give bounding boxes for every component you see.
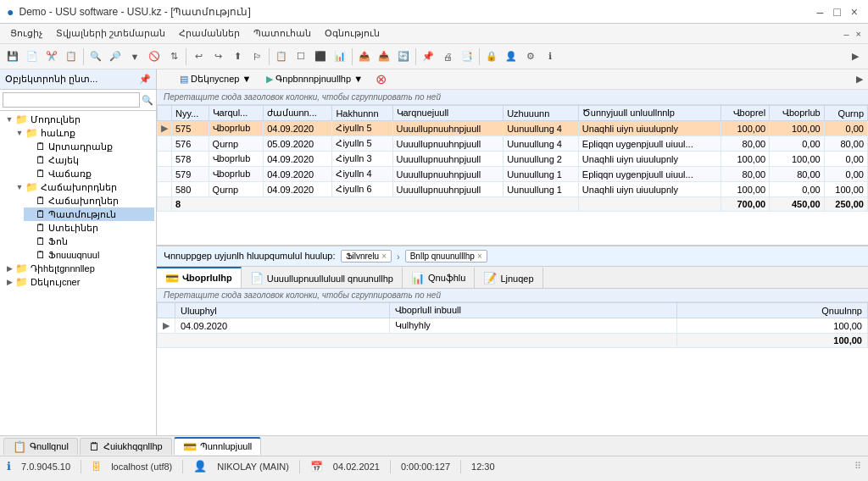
- menu-database[interactable]: Տվյալների շտեմարան: [49, 26, 172, 41]
- toolbar-btn-2[interactable]: 📄: [23, 47, 42, 66]
- sub-table-container[interactable]: Uluuphyl Վboprlull inbuull Qnuulnnp ▶ 04…: [157, 302, 868, 406]
- toolbar-btn-19[interactable]: 📥: [375, 47, 393, 66]
- toolbar-btn-18[interactable]: 📤: [355, 47, 374, 66]
- toolbar-btn-8[interactable]: 🚫: [145, 47, 164, 66]
- status-sep-4: [390, 460, 391, 473]
- table-row[interactable]: ▶ 575 Վboprlub 04.09.2020 Հiyulln 5 Uuuu…: [158, 121, 868, 136]
- toolbar-btn-24[interactable]: 🔒: [482, 47, 501, 66]
- table-row[interactable]: 578 Վboprlub 04.09.2020 Հiyulln 3 Uuuull…: [158, 152, 868, 167]
- filter-tag-2-close[interactable]: ×: [477, 252, 482, 261]
- sidebar-item-accounts[interactable]: ▼📁հաևոք: [14, 126, 154, 140]
- tab-graphics[interactable]: 📊 Qnuֆhlu: [403, 267, 475, 288]
- sub-table: Uluuphyl Վboprlull inbuull Qnuulnnp ▶ 04…: [157, 302, 868, 348]
- bottom-tab-warehouse[interactable]: 🗒 Հuiukhqqnllhp: [80, 438, 172, 455]
- sidebar-item-hayber[interactable]: 🗒Հայեկ: [24, 153, 154, 167]
- bottom-tab-orders[interactable]: 📋 Գnullqnul: [3, 438, 78, 455]
- toolbar-btn-5[interactable]: 🔍: [86, 47, 105, 66]
- table-row[interactable]: 580 Qurnp 04.09.2020 Հiyulln 6 Uuuullupn…: [158, 182, 868, 197]
- toolbar-menu-close[interactable]: ×: [853, 29, 865, 39]
- toolbar-btn-22[interactable]: 🖨: [438, 47, 457, 66]
- sidebar-item-vakahc[interactable]: 🗒Վաճառք: [24, 167, 154, 180]
- toolbar-btn-info[interactable]: ℹ: [541, 47, 559, 66]
- toolbar-btn-end[interactable]: ▶: [846, 47, 865, 66]
- sub-col-amount[interactable]: Qnuulnnp: [676, 303, 867, 318]
- sub-col-type[interactable]: Վboprlull inbuull: [389, 303, 676, 318]
- close-button[interactable]: ×: [848, 5, 861, 19]
- filter-tag-1-close[interactable]: ×: [381, 252, 387, 261]
- col-status[interactable]: Կarqul...: [209, 106, 264, 121]
- main-table-container[interactable]: Nyy... Կarqul... ժամuunn... Hakhunnn Կar…: [157, 105, 868, 245]
- sidebar-item-providers[interactable]: ▶📁Դիhելtgnnnllep: [3, 262, 154, 275]
- toolbar-btn-13[interactable]: 🏳: [248, 47, 266, 66]
- reports-btn[interactable]: ▶ Գnpbnnnpjnuullhp ▼: [260, 71, 369, 87]
- toolbar-menu-min[interactable]: –: [840, 29, 852, 39]
- toolbar-btn-7[interactable]: ▼: [125, 47, 144, 66]
- table-row[interactable]: 576 Qurnp 05.09.2020 Հiyulln 5 Uuuullupn…: [158, 136, 868, 152]
- toolbar-btn-25[interactable]: 👤: [502, 47, 520, 66]
- toolbar-btn-3[interactable]: ✂️: [42, 47, 61, 66]
- col-v2[interactable]: Վboprlub: [770, 106, 825, 121]
- maximize-button[interactable]: □: [830, 5, 843, 19]
- status-resize-icon[interactable]: ⠿: [854, 461, 861, 472]
- tab-notes[interactable]: 📝 Ljnuqep: [475, 267, 542, 288]
- filter-tag-1[interactable]: Ֆilvnrelu ×: [341, 250, 392, 263]
- col-category[interactable]: Կarqnuejuull: [392, 106, 504, 121]
- scroll-right-icon[interactable]: ▶: [856, 74, 863, 85]
- sidebar-item-warehouse-items[interactable]: 🗒Հաճախողներ: [24, 194, 154, 207]
- cell-date: 04.09.2020: [264, 121, 332, 136]
- sidebar-item-views[interactable]: ▶📁Dեկույcner: [3, 275, 154, 289]
- toolbar-btn-12[interactable]: ⬆: [228, 47, 247, 66]
- toolbar-btn-9[interactable]: ⇅: [164, 47, 183, 66]
- bottom-tab-history[interactable]: 💳 Պunnlupjuull: [174, 437, 262, 455]
- filter-tag-2[interactable]: Bnllp qnuunulllhp ×: [405, 250, 487, 263]
- col-month[interactable]: Hakhunnn: [332, 106, 392, 121]
- toolbar-btn-1[interactable]: 💾: [3, 47, 22, 66]
- toolbar-sep-6: [479, 48, 480, 65]
- secondary-toolbar: ▤ Dեկnycnep ▼ ▶ Գnpbnnnpjnuullhp ▼ ⊗ ▶: [157, 69, 868, 90]
- toolbar-btn-20[interactable]: 🔄: [394, 47, 413, 66]
- toolbar-btn-23[interactable]: 📑: [458, 47, 476, 66]
- col-subcategory[interactable]: Uzhuuunn: [504, 106, 579, 121]
- tab-commercial[interactable]: 📄 Uuuullupnuulluluull qnuunullhp: [242, 267, 403, 288]
- sidebar-item-fund[interactable]: 🗒Ֆոն: [24, 235, 154, 248]
- menu-cursor[interactable]: Ցուցիչ: [3, 26, 49, 41]
- tab-graphics-icon: 📊: [411, 272, 425, 285]
- toolbar-btn-14[interactable]: 📋: [272, 47, 291, 66]
- cell-category: Uuuullupnuuhnpjuull: [392, 167, 504, 182]
- menu-window[interactable]: Պատուհան: [247, 26, 318, 41]
- sidebar-item-history[interactable]: 🗒Պատմություն: [24, 207, 154, 221]
- toolbar-btn-15[interactable]: ☐: [292, 47, 310, 66]
- sidebar-search-input[interactable]: [3, 92, 140, 108]
- toolbar-btn-10[interactable]: ↩: [189, 47, 208, 66]
- col-desc[interactable]: Ծunnyjuull unluullnnlp: [578, 106, 721, 121]
- toolbar-btn-16[interactable]: ⬛: [311, 47, 330, 66]
- col-v3[interactable]: Qurnp: [824, 106, 867, 121]
- toolbar-btn-4[interactable]: 📋: [62, 47, 81, 66]
- toolbar-btn-11[interactable]: ↪: [209, 47, 227, 66]
- search-icon[interactable]: 🔍: [142, 95, 153, 106]
- tab-payments-label: Վboprlulhp: [182, 273, 232, 284]
- toolbar-btn-6[interactable]: 🔎: [106, 47, 125, 66]
- row-arrow: [158, 136, 172, 152]
- tab-payments[interactable]: 💳 Վboprlulhp: [157, 267, 242, 288]
- col-date[interactable]: ժամuunn...: [264, 106, 332, 121]
- refresh-button[interactable]: ⊗: [376, 71, 387, 87]
- toolbar-btn-21[interactable]: 📌: [419, 47, 437, 66]
- toolbar-btn-17[interactable]: 📊: [331, 47, 349, 66]
- menu-commands[interactable]: Հրամաններ: [172, 26, 247, 41]
- views-btn[interactable]: ▤ Dեկnycnep ▼: [174, 71, 257, 87]
- sidebar-item-warehouses[interactable]: ▼📁Հաճախորդներ: [14, 180, 154, 194]
- sub-table-row[interactable]: ▶ 04.09.2020 Կulhyhly 100,00: [158, 318, 868, 334]
- sidebar-item-modules[interactable]: ▼📁Մոդուլներ: [3, 113, 154, 126]
- sidebar-item-staff[interactable]: 🗒Ստեւիներ: [24, 221, 154, 235]
- sidebar-item-discount[interactable]: 🗒Ֆnuuuqnuul: [24, 248, 154, 262]
- menu-help[interactable]: Օգնություն: [318, 26, 387, 41]
- toolbar-btn-26[interactable]: ⚙: [521, 47, 540, 66]
- sidebar-item-suppliers[interactable]: 🗒Արտադրանք: [24, 140, 154, 153]
- col-v1[interactable]: Վboprel: [721, 106, 769, 121]
- sub-col-date[interactable]: Uluuphyl: [175, 303, 390, 318]
- sidebar-pin-icon[interactable]: 📌: [139, 74, 151, 85]
- minimize-button[interactable]: –: [814, 5, 827, 19]
- table-row[interactable]: 579 Վboprlub 04.09.2020 Հiyulln 4 Uuuull…: [158, 167, 868, 182]
- col-id[interactable]: Nyy...: [172, 106, 209, 121]
